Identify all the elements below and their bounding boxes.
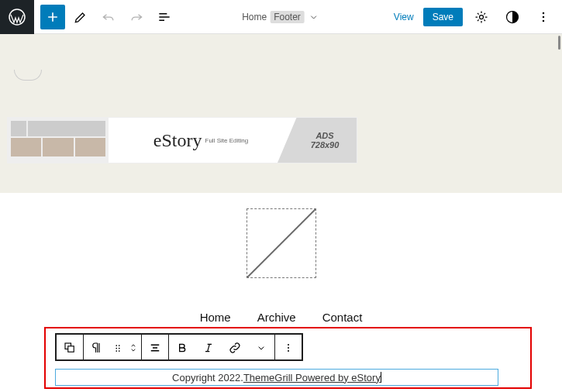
block-toolbar: [55, 333, 303, 361]
wordpress-logo[interactable]: [0, 0, 34, 34]
save-button[interactable]: Save: [423, 8, 463, 26]
text-caret: [381, 372, 381, 383]
footer-navigation: Home Archive Contact: [0, 311, 562, 325]
svg-rect-7: [68, 346, 74, 352]
redo-button[interactable]: [124, 5, 149, 29]
svg-point-11: [119, 348, 120, 349]
block-type-button[interactable]: [57, 335, 83, 361]
chevron-down-icon: [308, 11, 320, 23]
align-button[interactable]: [142, 335, 168, 361]
ad-brand-tagline: Full Site Editing: [205, 137, 249, 144]
styles-button[interactable]: [500, 5, 525, 29]
ad-thumbnail-grid: [8, 118, 109, 163]
editor-canvas-lower: Home Archive Contact: [0, 193, 562, 392]
paragraph-icon[interactable]: [84, 335, 110, 361]
footer-nav-link[interactable]: Contact: [322, 311, 363, 325]
svg-point-16: [288, 350, 289, 352]
scrollbar[interactable]: [551, 34, 562, 193]
footer-nav-link[interactable]: Archive: [257, 311, 296, 325]
ad-brand: eStory Full Site Editing: [109, 118, 293, 163]
svg-point-13: [119, 350, 120, 352]
breadcrumb-root: Home: [242, 12, 267, 22]
paragraph-block[interactable]: Copyright 2022. ThemeGrill Powered by eS…: [55, 369, 498, 386]
editor-top-bar: Home Footer View Save: [0, 0, 562, 34]
svg-point-14: [288, 344, 289, 346]
breadcrumb-current[interactable]: Footer: [270, 11, 305, 23]
svg-point-12: [116, 350, 117, 352]
paragraph-link-text[interactable]: ThemeGrill Powered by eStory: [243, 372, 381, 383]
more-options-button[interactable]: [531, 5, 556, 29]
svg-point-10: [116, 348, 117, 349]
undo-button[interactable]: [96, 5, 121, 29]
svg-point-1: [480, 15, 484, 19]
ad-size: 728x90: [311, 140, 340, 150]
move-up-down-button[interactable]: [126, 335, 141, 361]
block-more-options-button[interactable]: [275, 335, 302, 361]
partial-element-fragment: [14, 70, 42, 81]
image-placeholder[interactable]: [247, 208, 316, 278]
italic-button[interactable]: [195, 335, 222, 361]
edit-tool-button[interactable]: [68, 5, 93, 29]
footer-nav-link[interactable]: Home: [200, 311, 231, 325]
view-link[interactable]: View: [388, 9, 420, 26]
drag-handle-icon[interactable]: [110, 335, 126, 361]
editor-canvas-upper: eStory Full Site Editing ADS 728x90: [0, 34, 562, 193]
svg-point-4: [543, 15, 545, 18]
ad-label: ADS: [315, 131, 333, 140]
breadcrumb[interactable]: Home Footer: [242, 11, 320, 23]
ad-brand-logo: eStory: [153, 130, 202, 151]
paragraph-text-prefix: Copyright 2022.: [172, 372, 243, 383]
svg-point-5: [543, 19, 545, 22]
svg-point-3: [543, 12, 545, 14]
link-button[interactable]: [222, 335, 248, 361]
svg-point-15: [288, 347, 289, 349]
document-overview-button[interactable]: [152, 5, 177, 29]
settings-button[interactable]: [469, 5, 494, 29]
add-block-button[interactable]: [40, 5, 65, 29]
svg-point-9: [119, 345, 120, 346]
bold-button[interactable]: [169, 335, 195, 361]
more-rich-text-button[interactable]: [248, 335, 274, 361]
ad-banner[interactable]: eStory Full Site Editing ADS 728x90: [8, 118, 357, 163]
svg-point-8: [116, 345, 117, 346]
